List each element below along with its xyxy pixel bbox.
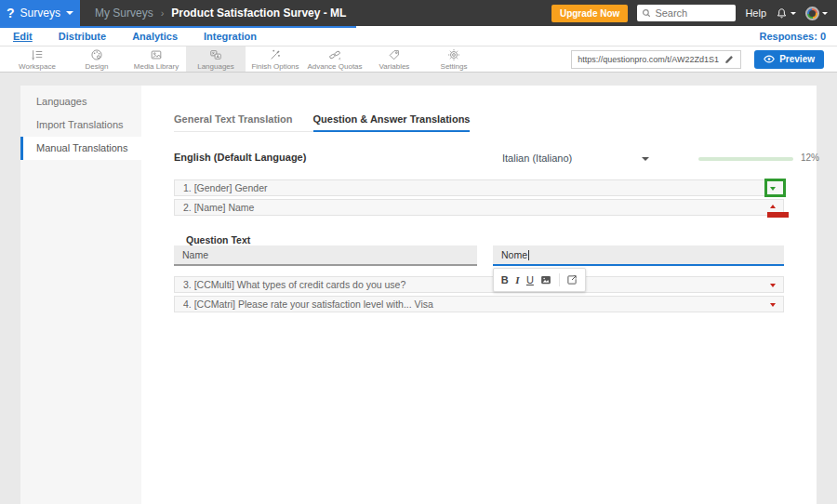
question-title: 2. [Name] Name	[183, 202, 254, 213]
toolbar-item-label: Design	[86, 62, 109, 71]
question-title: 1. [Gender] Gender	[183, 182, 267, 193]
breadcrumb-current-survey: Product Satisfaction Survey - ML	[171, 7, 346, 20]
source-language-label: English (Default Language)	[174, 152, 306, 163]
media-library-icon	[150, 48, 163, 61]
languages-icon	[209, 48, 222, 61]
workspace-icon	[31, 48, 44, 61]
manual-translations-panel: General Text Translation Question & Answ…	[141, 86, 817, 504]
target-translation-input[interactable]: Nome	[493, 245, 784, 266]
tab-integration[interactable]: Integration	[204, 31, 257, 42]
search-icon	[642, 8, 651, 18]
question-title: 4. [CCMatri] Please rate your satisfacti…	[183, 298, 433, 310]
eye-icon	[764, 55, 775, 63]
toolbar-item-workspace[interactable]: Workspace	[7, 46, 67, 72]
variables-tag-icon	[388, 48, 401, 61]
question-text-label: Question Text	[186, 234, 250, 245]
toolbar-item-label: Settings	[441, 62, 468, 71]
chevron-down-icon	[790, 12, 796, 15]
avatar	[805, 7, 819, 20]
settings-gear-icon	[447, 48, 460, 61]
bold-button[interactable]: B	[501, 275, 509, 285]
toolbar-item-languages[interactable]: Languages	[186, 46, 246, 72]
question-row-ccmatri[interactable]: 4. [CCMatri] Please rate your satisfacti…	[174, 296, 784, 312]
expand-question-icon[interactable]	[770, 284, 776, 287]
insert-link-button[interactable]	[566, 274, 578, 285]
account-menu[interactable]	[805, 7, 828, 20]
survey-nav: Edit Distribute Analytics Integration Re…	[0, 26, 837, 46]
sidebar-item-languages[interactable]: Languages	[20, 90, 141, 113]
preview-button[interactable]: Preview	[754, 50, 824, 69]
content-area: Languages Import Translations Manual Tra…	[0, 73, 837, 504]
search-input[interactable]	[655, 7, 729, 19]
toolbar-divider	[559, 273, 560, 286]
toolbar-item-media-library[interactable]: Media Library	[126, 46, 186, 72]
toolbar-right: Preview	[571, 46, 837, 72]
header-actions: Upgrade Now Help	[551, 5, 837, 22]
translation-progress-percent: 12%	[801, 153, 819, 163]
top-header: ? Surveys My Surveys › Product Satisfact…	[0, 0, 837, 26]
notifications-button[interactable]	[776, 7, 796, 20]
help-link[interactable]: Help	[745, 7, 766, 19]
language-row: English (Default Language) Italian (Ital…	[174, 152, 784, 166]
questionpro-logo: ?	[7, 6, 15, 20]
tab-edit[interactable]: Edit	[13, 31, 33, 42]
source-text-value: Name	[182, 249, 208, 260]
edit-url-pencil-icon[interactable]	[724, 54, 735, 64]
responses-count[interactable]: Responses: 0	[759, 31, 826, 42]
translation-progress-bar	[698, 157, 793, 161]
toolbar-item-label: Finish Options	[251, 62, 299, 71]
breadcrumb-my-surveys[interactable]: My Surveys	[95, 7, 153, 20]
tab-analytics[interactable]: Analytics	[132, 31, 178, 42]
italic-button[interactable]: I	[515, 275, 519, 285]
sidebar-item-manual-translations[interactable]: Manual Translations	[20, 137, 141, 160]
global-search[interactable]	[637, 5, 736, 21]
expand-question-icon[interactable]	[770, 187, 776, 191]
underline-button[interactable]: U	[526, 275, 534, 285]
chevron-down-icon	[822, 12, 828, 15]
source-text-field: Name	[174, 245, 477, 266]
highlight-annotation	[767, 212, 789, 218]
insert-image-button[interactable]	[540, 274, 551, 285]
toolbar-item-finish-options[interactable]: Finish Options	[246, 46, 305, 72]
breadcrumb-separator: ›	[161, 7, 165, 19]
loading-progress-bar	[0, 26, 356, 28]
design-palette-icon	[90, 48, 103, 61]
toolbar-item-advance-quotas[interactable]: Advance Quotas	[305, 46, 365, 72]
toolbar-item-label: Media Library	[134, 62, 179, 71]
toolbar-item-label: Variables	[379, 62, 410, 71]
question-row-ccmulti[interactable]: 3. [CCMulti] What types of credit cards …	[174, 276, 784, 293]
toolbar-item-label: Workspace	[19, 62, 56, 71]
toolbar-item-settings[interactable]: Settings	[424, 46, 484, 72]
question-list: 1. [Gender] Gender 2. [Name] Name Questi…	[174, 179, 784, 412]
finish-options-wand-icon	[269, 48, 282, 61]
survey-url-field[interactable]	[571, 50, 741, 69]
toolbar-item-design[interactable]: Design	[67, 46, 126, 72]
translations-sidebar: Languages Import Translations Manual Tra…	[20, 86, 141, 504]
question-row-name[interactable]: 2. [Name] Name	[174, 199, 784, 216]
breadcrumb: My Surveys › Product Satisfaction Survey…	[95, 7, 346, 20]
expand-question-icon[interactable]	[770, 303, 776, 307]
bell-icon	[776, 7, 788, 20]
advance-quotas-chain-icon	[328, 48, 341, 61]
survey-url-input[interactable]	[578, 55, 719, 64]
product-switcher[interactable]: ? Surveys	[0, 0, 80, 26]
collapse-question-icon[interactable]	[770, 205, 776, 208]
question-row-gender[interactable]: 1. [Gender] Gender	[174, 179, 784, 196]
target-text-value: Nome	[501, 249, 527, 260]
text-cursor	[528, 250, 529, 260]
chevron-down-icon	[66, 11, 73, 15]
translation-tabs: General Text Translation Question & Answ…	[174, 113, 470, 132]
preview-label: Preview	[779, 54, 815, 64]
tab-distribute[interactable]: Distribute	[59, 31, 106, 42]
target-language-select[interactable]: Italian (Italiano)	[502, 153, 572, 164]
tab-question-answer-translations[interactable]: Question & Answer Translations	[313, 113, 471, 132]
tab-general-text-translation[interactable]: General Text Translation	[174, 113, 293, 132]
chevron-down-icon[interactable]	[642, 157, 649, 161]
format-toolbar: B I U	[493, 268, 586, 292]
toolbar-item-label: Advance Quotas	[307, 62, 362, 71]
sidebar-item-import-translations[interactable]: Import Translations	[20, 113, 141, 137]
toolbar-item-label: Languages	[197, 62, 234, 71]
toolbar-item-variables[interactable]: Variables	[365, 46, 424, 72]
app-root: ? Surveys My Surveys › Product Satisfact…	[0, 0, 837, 504]
upgrade-now-button[interactable]: Upgrade Now	[551, 5, 628, 22]
